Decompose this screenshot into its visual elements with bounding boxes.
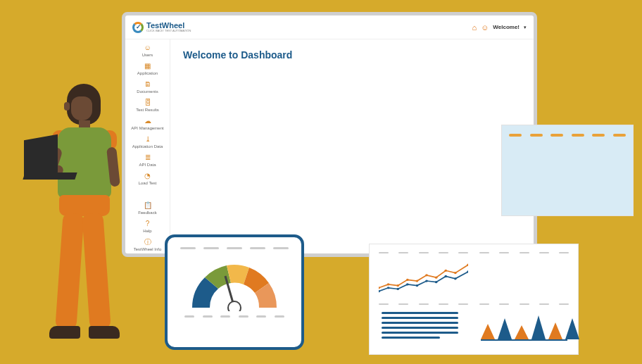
area-chart [476, 301, 572, 349]
sidebar-item-users[interactable]: ☺ Users [125, 42, 170, 59]
gauge-chart [182, 255, 287, 311]
svg-point-15 [406, 283, 409, 285]
svg-point-3 [387, 283, 390, 285]
main-content: Welcome to Dashboard [170, 39, 534, 253]
svg-point-20 [454, 277, 457, 280]
line-chart [375, 250, 472, 297]
svg-point-14 [396, 288, 399, 290]
list-placeholder [375, 301, 472, 349]
clipboard-icon: 📋 [144, 202, 152, 209]
sidebar-item-label: TestWheel Info [134, 247, 162, 251]
home-icon[interactable]: ⌂ [472, 23, 477, 32]
app-window: TestWheel CLICK BACK! TEST AUTOMATION ⌂ … [122, 12, 537, 257]
svg-point-19 [444, 275, 447, 277]
app-header: TestWheel CLICK BACK! TEST AUTOMATION ⌂ … [125, 15, 534, 39]
sidebar-item-label: Users [142, 53, 153, 57]
svg-point-7 [425, 274, 428, 276]
decorative-dashes [509, 134, 626, 137]
person-illustration [28, 84, 137, 355]
help-icon: ? [146, 220, 150, 227]
stacked-bar-chart [476, 250, 572, 297]
sidebar-item-label: Test Results [136, 108, 159, 112]
download-icon: ⤓ [145, 136, 151, 143]
welcome-label[interactable]: Welcome! [493, 24, 520, 30]
sidebar-item-application[interactable]: ▦ Application [125, 61, 170, 77]
grid-icon: ▦ [144, 63, 151, 70]
decorative-dashes [180, 247, 289, 249]
svg-point-8 [435, 277, 438, 279]
laptop-icon [24, 134, 58, 178]
svg-point-9 [444, 270, 447, 272]
user-icon[interactable]: ☺ [481, 23, 489, 32]
sidebar-item-label: Documents [137, 89, 158, 94]
user-icon: ☺ [144, 44, 151, 51]
sidebar-item-label: Application [137, 71, 158, 75]
briefcase-icon: 🗄 [144, 99, 151, 106]
multi-chart-card [369, 244, 579, 355]
info-icon: ⓘ [144, 239, 151, 246]
page-title: Welcome to Dashboard [183, 49, 521, 61]
svg-point-5 [406, 279, 409, 281]
svg-point-17 [425, 280, 428, 282]
brand-logo[interactable]: TestWheel CLICK BACK! TEST AUTOMATION [132, 22, 191, 33]
gauge-card [165, 234, 304, 350]
sidebar-item-label: Help [143, 229, 151, 233]
sidebar-item-label: Feedback [138, 211, 156, 215]
chevron-down-icon[interactable]: ▾ [524, 25, 527, 30]
sidebar-item-label: Load Test [139, 181, 157, 185]
sidebar-item-label: API Data [139, 163, 156, 167]
bar-chart-card [501, 125, 634, 216]
svg-point-6 [416, 280, 419, 282]
svg-point-18 [435, 281, 438, 283]
header-right: ⌂ ☺ Welcome! ▾ [472, 23, 527, 32]
svg-point-10 [454, 272, 457, 274]
svg-point-4 [396, 284, 399, 287]
layers-icon: ≣ [145, 154, 151, 161]
svg-point-1 [228, 301, 241, 311]
gauge-icon: ◔ [144, 172, 151, 180]
document-icon: 🗎 [144, 81, 151, 88]
decorative-dashes [184, 315, 284, 318]
svg-point-16 [416, 284, 419, 287]
cloud-icon: ☁ [144, 118, 151, 125]
bar-chart [509, 142, 626, 206]
logo-icon [132, 22, 144, 33]
brand-tagline: CLICK BACK! TEST AUTOMATION [146, 30, 191, 32]
svg-point-13 [387, 287, 390, 289]
